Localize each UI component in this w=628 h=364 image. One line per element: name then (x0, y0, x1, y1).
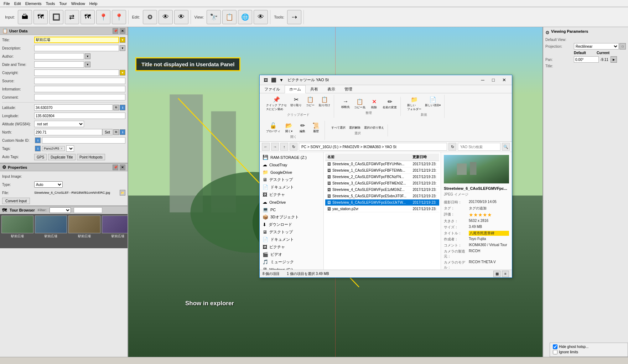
sidebar-item-3[interactable]: 🖥デスクトップ (260, 176, 323, 183)
explorer-close-btn[interactable]: ✕ (499, 75, 509, 85)
properties-btn[interactable]: 🔓 プロパティ (265, 121, 282, 134)
history-btn[interactable]: 📜 履歴 (310, 121, 322, 134)
menu-elements[interactable]: Elements (23, 1, 44, 6)
description-icon-btn[interactable]: ▼ (120, 45, 125, 51)
new-folder-btn[interactable]: 📁 新しいフォルダー (406, 95, 423, 112)
deselect-btn[interactable]: 選択解除 (348, 125, 362, 130)
copy-btn[interactable]: 📋 コピー (304, 95, 317, 112)
move-btn[interactable]: → 移動先 (339, 98, 352, 110)
north-input[interactable] (34, 129, 102, 135)
point-hotspots-button[interactable]: Point Hotspots (77, 154, 105, 160)
comment-input[interactable] (34, 94, 125, 100)
sidebar-item-11[interactable]: 📄ドキュメント (260, 236, 323, 243)
sidebar-item-12[interactable]: 🖼ピクチャ (260, 243, 323, 251)
file-browse-icon[interactable]: 📁 (120, 190, 125, 196)
tour-item-0[interactable]: 駅前広場 (1, 215, 33, 247)
file-row-0[interactable]: 🖼Streetview_0_CAoSLEFGMVFpcFBYUHNn...201… (325, 161, 439, 167)
longitude-input[interactable] (34, 113, 125, 119)
view-grid-btn[interactable]: ▦ (493, 271, 500, 277)
sidebar-item-7[interactable]: 💻PC (260, 206, 323, 213)
menu-tools[interactable]: Tools (44, 1, 57, 6)
col-name[interactable]: 名前 (325, 154, 410, 161)
ribbon-tab-1[interactable]: ホーム (285, 85, 306, 93)
menu-help[interactable]: Help (87, 1, 100, 6)
sidebar-item-8[interactable]: 📦3Dオブジェクト (260, 213, 323, 221)
invert-btn[interactable]: 選択の切り替え (363, 125, 385, 130)
new-item-btn[interactable]: 📄 新しい項目▾ (424, 95, 442, 112)
properties-pin-btn[interactable]: 📌 (113, 165, 118, 170)
tour-item-1[interactable]: 駅前広場 (35, 215, 67, 247)
copyright-icon-btn[interactable]: ▼ (120, 70, 125, 76)
tour-item-3[interactable]: 駅前広場 (102, 215, 128, 247)
latitude-copy-icon[interactable]: ⧉ (113, 105, 119, 110)
sidebar-item-9[interactable]: ⬇ダウンロード (260, 221, 323, 228)
user-data-close-btn[interactable]: ✕ (120, 28, 125, 34)
tour-browser-filter-input[interactable] (74, 207, 102, 213)
toolbar-edit-btn2[interactable]: 👁 (159, 10, 173, 24)
file-row-4[interactable]: 🖼Streetview_4_CAoSLEFGMVFpcE1zMG9iZ...20… (325, 187, 439, 193)
ribbon-tab-2[interactable]: 共有 (306, 85, 323, 93)
sidebar-item-2[interactable]: 📁GoogleDrive (260, 168, 323, 176)
sidebar-item-10[interactable]: 🖥デスクトップ (260, 228, 323, 236)
latitude-input[interactable] (34, 104, 113, 111)
title-input[interactable] (34, 37, 119, 43)
toolbar-input-btn2[interactable]: 🗺 (33, 10, 48, 24)
ribbon-tab-3[interactable]: 表示 (323, 85, 340, 93)
sidebar-item-1[interactable]: ☁CloudTray (260, 161, 323, 168)
tags-select[interactable] (66, 145, 74, 152)
file-row-5[interactable]: 🖼Streetview_5_CAoSLEFGMVFpcE5xbnJiT0F...… (325, 193, 439, 199)
author-icon-btn[interactable]: ▼ (85, 53, 90, 59)
toolbar-view-btn3[interactable]: 🌐 (238, 10, 252, 24)
toolbar-view-btn2[interactable]: 📋 (222, 10, 237, 24)
type-select[interactable]: Auto (34, 181, 63, 188)
pan-icon-btn[interactable]: ▶ (611, 56, 617, 63)
north-copy-icon[interactable]: ⧉ (113, 129, 119, 135)
custom-node-info-icon[interactable]: ℹ (35, 137, 41, 143)
information-input[interactable] (34, 86, 125, 92)
toolbar-edit-btn3[interactable]: 👁 (174, 10, 188, 24)
toolbar-input-btn6[interactable]: 📍 (96, 10, 110, 24)
file-row-6[interactable]: 🖼Streetview_6_CAoSLEFGMVFpcE0ocIJkTW...2… (325, 199, 439, 206)
addr-search-btn[interactable]: 🔍 (502, 143, 510, 151)
sidebar-item-4[interactable]: 📄ドキュメント (260, 183, 323, 191)
date-icon-btn[interactable]: ▼ (85, 62, 90, 67)
sidebar-item-0[interactable]: 💾RAM-STORAGE (Z:) (260, 154, 323, 161)
ribbon-tab-0[interactable]: ファイル (260, 85, 285, 93)
properties-close-btn[interactable]: ✕ (120, 165, 125, 170)
file-row-3[interactable]: 🖼Streetview_3_CAoSLEFGMVFpcFBTMEh0Z...20… (325, 180, 439, 187)
title-icon-btn[interactable]: ▼ (120, 37, 125, 43)
menu-window[interactable]: Window (69, 1, 87, 6)
altitude-select[interactable]: not set (34, 121, 84, 127)
toolbar-input-btn4[interactable]: ⇄ (65, 10, 79, 24)
ignore-limits-checkbox[interactable] (553, 350, 557, 354)
col-date[interactable]: 更新日時 (410, 154, 439, 161)
copy-dest-btn[interactable]: 📋 コピー先 (353, 98, 367, 110)
rename-btn[interactable]: ✏ 名前の変更 (381, 98, 398, 110)
toolbar-view-btn1[interactable]: 🔭 (207, 10, 221, 24)
duplicate-title-button[interactable]: Duplicate Title (48, 154, 76, 160)
sidebar-item-13[interactable]: 🎬ビデオ (260, 251, 323, 258)
user-data-pin-btn[interactable]: 📌 (113, 28, 118, 34)
file-row-2[interactable]: 🖼Streetview_2_CAoSLEFGMVFpcFBCNzFN...201… (325, 174, 439, 180)
sidebar-item-14[interactable]: 🎵ミュージック (260, 258, 323, 266)
tour-browser-filter-select[interactable] (50, 207, 71, 213)
hide-ghost-checkbox[interactable] (553, 344, 557, 349)
address-search-input[interactable] (458, 143, 500, 151)
source-input[interactable] (34, 78, 125, 84)
sidebar-item-5[interactable]: 🖼ピクチャ (260, 191, 323, 198)
gps-button[interactable]: GPS (34, 154, 47, 160)
explorer-files[interactable]: 名前 更新日時 🖼Streetview_0_CAoSLEFGMVFpcFBYUH… (324, 152, 441, 270)
file-row-1[interactable]: 🖼Streetview_1_CAoSLEFGMVFpcFBFTElWb...20… (325, 167, 439, 174)
menu-edit[interactable]: Edit (12, 1, 23, 6)
latitude-info-icon[interactable]: ℹ (120, 105, 125, 110)
set-button[interactable]: Set (102, 129, 113, 135)
pan-default-input[interactable] (574, 56, 599, 63)
menu-file[interactable]: File (1, 1, 12, 6)
toolbar-input-btn1[interactable]: 🏔 (18, 10, 32, 24)
addr-back-btn[interactable]: ← (262, 143, 270, 151)
addr-refresh-btn[interactable]: ↻ (290, 143, 297, 151)
projection-select[interactable]: Rectilinear (574, 43, 619, 50)
menu-tour[interactable]: Tour (57, 1, 69, 6)
convert-input-button[interactable]: Convert Input (2, 198, 30, 204)
toolbar-edit-btn1[interactable]: ⚙ (143, 10, 157, 24)
